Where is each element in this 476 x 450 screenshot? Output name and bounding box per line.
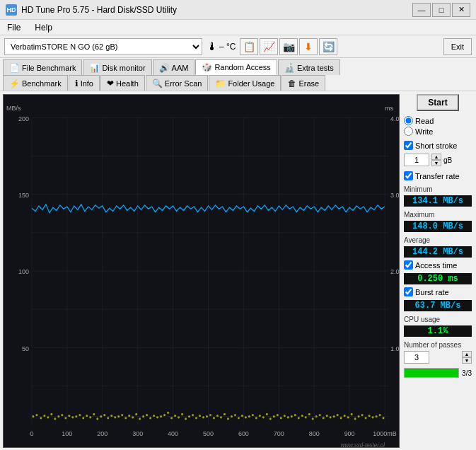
- svg-point-113: [284, 415, 286, 417]
- disk-select[interactable]: VerbatimSTORE N GO (62 gB): [4, 38, 202, 55]
- short-stroke-checkbox-label[interactable]: Short stroke: [404, 141, 472, 150]
- transfer-rate-checkbox[interactable]: [404, 171, 413, 180]
- svg-text:MB/s: MB/s: [6, 104, 21, 111]
- tab-extra-tests[interactable]: 🔬 Extra tests: [278, 59, 340, 75]
- number-of-passes-label: Number of passes: [404, 341, 472, 349]
- tab-erase[interactable]: 🗑 Erase: [281, 75, 325, 91]
- passes-down[interactable]: ▼: [462, 357, 472, 364]
- passes-row: ▲ ▼: [404, 351, 472, 364]
- tab-info[interactable]: ℹ Info: [69, 75, 100, 91]
- svg-point-137: [368, 415, 371, 417]
- tab-aam[interactable]: 🔊 AAM: [153, 59, 195, 75]
- extra-tests-icon: 🔬: [284, 63, 295, 73]
- short-stroke-up[interactable]: ▲: [431, 154, 441, 160]
- svg-point-114: [287, 416, 289, 418]
- write-radio[interactable]: [404, 127, 413, 136]
- svg-point-70: [132, 416, 134, 418]
- maximize-button[interactable]: □: [432, 3, 451, 17]
- svg-point-81: [170, 417, 173, 419]
- svg-text:1000mB: 1000mB: [373, 429, 396, 437]
- toolbar-icon-2[interactable]: 📈: [260, 38, 278, 55]
- short-stroke-checkbox[interactable]: [404, 141, 413, 150]
- svg-point-50: [61, 414, 63, 416]
- toolbar-icon-1[interactable]: 📋: [240, 38, 258, 55]
- svg-point-86: [188, 415, 190, 417]
- svg-point-99: [234, 414, 236, 416]
- svg-text:0: 0: [30, 429, 33, 437]
- access-time-checkbox-label[interactable]: Access time: [404, 260, 472, 270]
- read-radio[interactable]: [404, 116, 413, 125]
- tab-benchmark-label: Benchmark: [22, 79, 62, 88]
- write-radio-label[interactable]: Write: [404, 127, 472, 136]
- svg-text:900: 900: [344, 429, 355, 437]
- menu-help[interactable]: Help: [30, 21, 57, 34]
- svg-point-105: [255, 417, 257, 419]
- exit-button[interactable]: Exit: [443, 38, 472, 55]
- title-bar: HD HD Tune Pro 5.75 - Hard Disk/SSD Util…: [0, 0, 476, 20]
- svg-point-62: [103, 414, 105, 416]
- tab-error-scan[interactable]: 🔍 Error Scan: [146, 75, 209, 91]
- svg-point-119: [305, 416, 307, 418]
- average-value: 144.2 MB/s: [404, 246, 472, 258]
- burst-rate-checkbox[interactable]: [404, 287, 413, 296]
- tab-aam-label: AAM: [172, 64, 189, 72]
- short-stroke-input[interactable]: [404, 154, 429, 166]
- toolbar-icon-3[interactable]: 📷: [279, 38, 298, 55]
- tab-folder-usage[interactable]: 📁 Folder Usage: [209, 75, 281, 91]
- svg-point-92: [209, 414, 211, 416]
- svg-point-53: [71, 416, 74, 418]
- tab-error-scan-label: Error Scan: [165, 79, 202, 88]
- svg-point-130: [344, 415, 346, 417]
- svg-point-44: [40, 417, 42, 419]
- toolbar-icon-4[interactable]: ⬇: [299, 38, 318, 55]
- svg-point-46: [47, 416, 49, 418]
- access-time-checkbox[interactable]: [404, 260, 413, 270]
- transfer-rate-checkbox-label[interactable]: Transfer rate: [404, 171, 472, 180]
- svg-point-71: [135, 413, 137, 415]
- tab-disk-monitor[interactable]: 📊 Disk monitor: [83, 59, 151, 75]
- chart-area: 200 150 100 50 MB/s 4.00 3.00 2.00 1.00 …: [3, 94, 400, 448]
- toolbar-icon-5[interactable]: 🔄: [319, 38, 337, 55]
- passes-up[interactable]: ▲: [462, 351, 472, 357]
- svg-point-91: [206, 415, 208, 417]
- progress-bar-fill: [405, 369, 458, 377]
- average-label: Average: [404, 236, 472, 244]
- svg-point-134: [358, 415, 360, 417]
- health-icon: ❤: [107, 79, 114, 88]
- svg-point-141: [383, 417, 385, 419]
- svg-point-65: [114, 416, 116, 418]
- svg-point-55: [79, 414, 81, 416]
- start-button[interactable]: Start: [417, 94, 459, 111]
- read-write-group: Read Write: [404, 116, 472, 136]
- minimize-button[interactable]: —: [412, 3, 431, 17]
- progress-bar: [404, 368, 459, 378]
- svg-point-121: [312, 417, 314, 420]
- menu-file[interactable]: File: [3, 21, 25, 34]
- error-scan-icon: 🔍: [152, 79, 163, 88]
- svg-text:ms: ms: [385, 104, 393, 111]
- svg-point-110: [273, 415, 275, 417]
- svg-point-82: [174, 415, 176, 417]
- random-access-icon: 🎲: [202, 62, 212, 72]
- tab-file-benchmark-label: File Benchmark: [22, 64, 76, 72]
- read-radio-label[interactable]: Read: [404, 116, 472, 125]
- burst-rate-checkbox-label[interactable]: Burst rate: [404, 287, 472, 296]
- svg-point-42: [32, 415, 34, 417]
- svg-text:2.00: 2.00: [390, 268, 399, 275]
- tab-health-label: Health: [116, 79, 139, 88]
- tab-random-access[interactable]: 🎲 Random Access: [195, 59, 277, 75]
- close-button[interactable]: ✕: [452, 3, 470, 17]
- svg-text:500: 500: [203, 429, 214, 437]
- short-stroke-down[interactable]: ▼: [431, 160, 441, 166]
- tab-file-benchmark[interactable]: 📄 File Benchmark: [3, 59, 82, 75]
- svg-point-66: [117, 415, 120, 417]
- file-benchmark-icon: 📄: [9, 63, 20, 73]
- svg-point-73: [142, 415, 144, 417]
- tab-health[interactable]: ❤ Health: [100, 75, 145, 91]
- passes-input[interactable]: [404, 351, 429, 364]
- disk-monitor-icon: 📊: [89, 63, 100, 73]
- svg-text:4.00: 4.00: [390, 115, 399, 122]
- menu-bar: File Help: [0, 20, 476, 35]
- tab-benchmark[interactable]: ⚡ Benchmark: [3, 75, 68, 91]
- svg-point-96: [224, 413, 226, 415]
